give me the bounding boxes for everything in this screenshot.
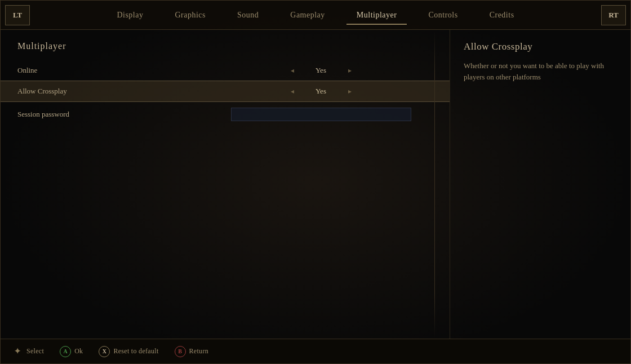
tab-credits[interactable]: Credits	[474, 6, 530, 24]
arrow-right-crossplay: ▸	[348, 87, 352, 96]
vertical-divider	[434, 30, 435, 339]
help-label-reset: Reset to default	[113, 347, 158, 356]
left-trigger-button[interactable]: LT	[5, 5, 30, 25]
help-label-ok: Ok	[74, 347, 83, 356]
section-title: Multiplayer	[1, 41, 450, 60]
arrow-left-online: ◂	[291, 66, 294, 75]
setting-item-session-password[interactable]: Session password	[1, 102, 450, 127]
session-password-input[interactable]	[231, 108, 411, 121]
setting-value-container-password	[209, 108, 433, 121]
setting-value-container-online: ◂ Yes ▸	[209, 66, 433, 75]
nav-bar: LT Display Graphics Sound Gameplay Multi…	[1, 1, 630, 30]
settings-panel: Multiplayer Online ◂ Yes ▸ Allow Crosspl…	[1, 30, 450, 339]
tab-controls[interactable]: Controls	[412, 6, 473, 24]
tab-display[interactable]: Display	[101, 6, 159, 24]
b-button-icon: B	[175, 346, 186, 357]
setting-value-online: Yes	[299, 66, 344, 75]
help-bar: ✦ Select A Ok X Reset to default B Retur…	[1, 339, 630, 363]
arrow-left-crossplay: ◂	[291, 87, 294, 96]
tab-gameplay[interactable]: Gameplay	[274, 6, 341, 24]
arrow-right-online: ▸	[348, 66, 352, 75]
help-item-select: ✦ Select	[12, 346, 44, 357]
setting-value-container-crossplay: ◂ Yes ▸	[209, 87, 433, 96]
settings-screen: LT Display Graphics Sound Gameplay Multi…	[0, 0, 631, 364]
description-text: Whether or not you want to be able to pl…	[464, 60, 617, 82]
dpad-icon: ✦	[12, 346, 23, 357]
setting-item-allow-crossplay[interactable]: Allow Crossplay ◂ Yes ▸	[1, 81, 450, 102]
help-item-reset: X Reset to default	[99, 346, 158, 357]
settings-list: Online ◂ Yes ▸ Allow Crossplay ◂ Yes ▸	[1, 60, 450, 127]
nav-tabs: Display Graphics Sound Gameplay Multipla…	[30, 6, 601, 24]
setting-value-crossplay: Yes	[299, 87, 344, 96]
a-button-icon: A	[60, 346, 71, 357]
setting-label-session-password: Session password	[17, 110, 209, 119]
description-title: Allow Crossplay	[464, 41, 617, 52]
description-panel: Allow Crossplay Whether or not you want …	[450, 30, 630, 339]
tab-multiplayer[interactable]: Multiplayer	[341, 6, 413, 24]
tab-graphics[interactable]: Graphics	[159, 6, 221, 24]
main-content: Multiplayer Online ◂ Yes ▸ Allow Crosspl…	[1, 30, 630, 339]
help-item-return: B Return	[175, 346, 208, 357]
help-item-ok: A Ok	[60, 346, 83, 357]
help-label-return: Return	[189, 347, 208, 356]
help-label-select: Select	[26, 347, 44, 356]
x-button-icon: X	[99, 346, 110, 357]
setting-label-online: Online	[17, 66, 209, 75]
setting-label-allow-crossplay: Allow Crossplay	[17, 87, 209, 96]
right-trigger-button[interactable]: RT	[601, 5, 626, 25]
tab-sound[interactable]: Sound	[221, 6, 274, 24]
setting-item-online[interactable]: Online ◂ Yes ▸	[1, 60, 450, 81]
